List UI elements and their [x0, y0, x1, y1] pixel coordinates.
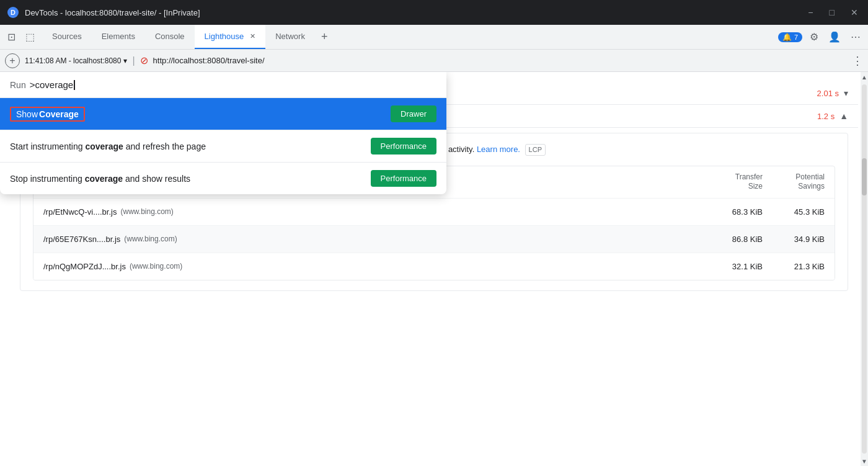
col-savings-header: PotentialSavings [763, 173, 825, 192]
address-separator: | [132, 55, 135, 66]
tab-elements[interactable]: Elements [92, 25, 145, 49]
show-coverage-wrapper: Show Coverage [10, 107, 391, 122]
table-row-url-2: /rp/65E767Ksn....br.js (www.bing.com) [43, 235, 701, 244]
transfer-size-2: 86.8 KiB [701, 235, 763, 244]
scrollbar-thumb[interactable] [862, 158, 867, 195]
potential-savings-3: 21.3 KiB [763, 262, 825, 271]
audit-chevron-1[interactable]: ▾ [844, 88, 848, 98]
url-domain-3: (www.bing.com) [130, 262, 182, 271]
url-main-1: /rp/EtNwcQ-vi....br.js [43, 207, 117, 217]
close-button[interactable]: ✕ [848, 5, 861, 20]
performance-button-2[interactable]: Performance [371, 170, 436, 187]
show-text: Show [16, 109, 38, 119]
notification-badge[interactable]: 🔔 7 [778, 32, 802, 42]
command-input-row: Run >coverage [0, 72, 446, 98]
learn-more-link[interactable]: Learn more. [477, 145, 520, 154]
tab-network[interactable]: Network [265, 25, 315, 49]
potential-savings-2: 34.9 KiB [763, 235, 825, 244]
tab-lighthouse-label: Lighthouse [205, 32, 244, 41]
drawer-button[interactable]: Drawer [391, 105, 436, 122]
coverage-bold-3: coverage [85, 174, 123, 184]
table-row: /rp/EtNwcQ-vi....br.js (www.bing.com) 68… [33, 198, 835, 225]
tab-lighthouse-close[interactable]: ✕ [250, 32, 255, 40]
devtools-left-icons: ⊡ ⬚ [0, 25, 42, 49]
title-bar: D DevTools - localhost:8080/travel-site/… [0, 0, 868, 25]
scrollbar-down-arrow[interactable]: ▼ [861, 456, 868, 466]
timestamp-display[interactable]: 11:41:08 AM - localhost:8080 ▾ [25, 56, 127, 65]
command-input-text[interactable]: >coverage [30, 79, 436, 90]
url-main-2: /rp/65E767Ksn....br.js [43, 235, 120, 244]
address-more-button[interactable]: ⋮ [852, 54, 863, 68]
stop-suffix: and show results [123, 174, 190, 184]
title-bar-text: DevTools - localhost:8080/travel-site/ -… [25, 8, 799, 17]
device-icon[interactable]: ⬚ [23, 29, 37, 45]
performance-button-1[interactable]: Performance [371, 138, 436, 155]
more-icon[interactable]: ⋯ [848, 29, 863, 45]
start-prefix: Start instrumenting [10, 141, 85, 151]
table-row: /rp/nQgMOPZdJ....br.js (www.bing.com) 32… [33, 253, 835, 280]
maximize-button[interactable]: □ [827, 5, 837, 20]
address-url: http://localhost:8080/travel-site/ [153, 56, 847, 65]
start-coverage-text: Start instrumenting coverage and refresh… [10, 141, 371, 151]
col-transfer-header: TransferSize [701, 173, 763, 192]
tab-elements-label: Elements [102, 32, 135, 41]
lcp-badge: LCP [525, 144, 546, 156]
tab-sources-label: Sources [52, 32, 82, 41]
profile-icon[interactable]: 👤 [826, 29, 843, 45]
table-row-url-1: /rp/EtNwcQ-vi....br.js (www.bing.com) [43, 207, 701, 217]
table-row: /rp/65E767Ksn....br.js (www.bing.com) 86… [33, 225, 835, 253]
devtools-icon: D [7, 7, 19, 18]
timestamp-text: 11:41:08 AM - localhost:8080 [25, 56, 121, 65]
command-item-stop-coverage[interactable]: Stop instrumenting coverage and show res… [0, 163, 446, 194]
command-palette[interactable]: Run >coverage Show Coverage Drawer Start [0, 72, 446, 194]
right-scrollbar: ▲ ▼ [861, 72, 868, 466]
command-run-label: Run [10, 80, 26, 90]
transfer-size-3: 32.1 KiB [701, 262, 763, 271]
add-recording-button[interactable]: + [5, 53, 20, 68]
notification-count: 7 [794, 34, 798, 41]
devtools-icon-text: D [11, 9, 16, 16]
tab-add-button[interactable]: + [315, 25, 334, 49]
audit-row-time-2: 1.2 s [817, 112, 835, 121]
scrollbar-track[interactable] [862, 84, 867, 454]
url-domain-1: (www.bing.com) [120, 207, 173, 216]
url-domain-2: (www.bing.com) [124, 235, 177, 243]
block-icon: ⊘ [140, 55, 148, 66]
stop-prefix: Stop instrumenting [10, 174, 85, 184]
main-content: ▲ Properly size images 2.01 s ▾ ▲ Reduce… [0, 72, 868, 466]
audit-row-time-1: 2.01 s [817, 89, 839, 98]
minimize-button[interactable]: − [805, 5, 815, 20]
tab-sources[interactable]: Sources [42, 25, 92, 49]
tab-network-label: Network [275, 32, 305, 41]
tab-console[interactable]: Console [145, 25, 195, 49]
text-cursor [74, 80, 75, 90]
devtools-tabs: Sources Elements Console Lighthouse ✕ Ne… [42, 25, 773, 49]
timestamp-dropdown-icon: ▾ [123, 56, 127, 65]
scrollbar-up-arrow[interactable]: ▲ [861, 72, 868, 82]
command-item-start-coverage[interactable]: Start instrumenting coverage and refresh… [0, 130, 446, 162]
coverage-bold-2: coverage [85, 141, 123, 151]
show-coverage-outlined: Show Coverage [10, 107, 85, 122]
inspect-icon[interactable]: ⊡ [5, 29, 18, 45]
stop-coverage-text: Stop instrumenting coverage and show res… [10, 174, 371, 184]
potential-savings-1: 45.3 KiB [763, 207, 825, 217]
settings-icon[interactable]: ⚙ [807, 29, 821, 45]
title-bar-controls: − □ ✕ [805, 5, 861, 20]
devtools-right-icons: 🔔 7 ⚙ 👤 ⋯ [773, 25, 868, 49]
audit-chevron-2[interactable]: ▲ [839, 111, 848, 121]
address-bar: + 11:41:08 AM - localhost:8080 ▾ | ⊘ htt… [0, 50, 868, 72]
command-item-show-coverage[interactable]: Show Coverage Drawer [0, 98, 446, 130]
bell-icon: 🔔 [782, 33, 792, 42]
table-row-url-3: /rp/nQgMOPZdJ....br.js (www.bing.com) [43, 262, 701, 271]
url-main-3: /rp/nQgMOPZdJ....br.js [43, 262, 126, 271]
tab-lighthouse[interactable]: Lighthouse ✕ [195, 25, 266, 49]
tab-console-label: Console [155, 32, 185, 41]
coverage-bold-1: Coverage [39, 109, 79, 119]
devtools-tabbar: ⊡ ⬚ Sources Elements Console Lighthouse … [0, 25, 868, 50]
transfer-size-1: 68.3 KiB [701, 207, 763, 217]
start-suffix: and refresh the page [123, 141, 206, 151]
